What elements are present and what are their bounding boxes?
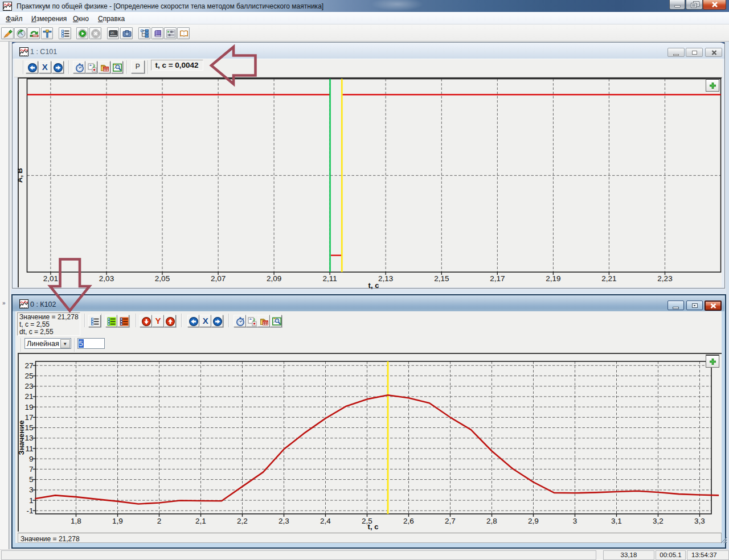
svg-text:5: 5 [29, 475, 34, 484]
svg-text:1: 1 [29, 496, 34, 505]
svg-text:2,23: 2,23 [657, 274, 672, 283]
svg-text:15: 15 [24, 423, 33, 432]
svg-text:23: 23 [24, 382, 33, 390]
svg-text:2,19: 2,19 [546, 274, 560, 283]
svg-text:19: 19 [24, 403, 33, 411]
svg-text:2,15: 2,15 [434, 274, 449, 283]
svg-text:А, В: А, В [18, 168, 24, 183]
svg-text:2,03: 2,03 [99, 274, 114, 283]
svg-text:27: 27 [24, 361, 33, 370]
svg-text:Значение: Значение [18, 421, 26, 455]
svg-text:2,17: 2,17 [490, 274, 505, 283]
svg-text:11: 11 [25, 444, 33, 453]
svg-text:1,9: 1,9 [112, 517, 123, 525]
svg-text:2,1: 2,1 [195, 517, 206, 525]
svg-text:2,09: 2,09 [267, 274, 281, 283]
svg-text:2,11: 2,11 [323, 274, 337, 283]
svg-text:3,2: 3,2 [653, 517, 664, 525]
svg-text:17: 17 [24, 413, 33, 422]
svg-text:2,13: 2,13 [378, 274, 393, 283]
svg-text:t, c: t, c [368, 281, 379, 290]
svg-text:21: 21 [24, 392, 33, 401]
svg-text:13: 13 [24, 434, 33, 442]
svg-text:2,4: 2,4 [320, 517, 331, 525]
svg-text:2,7: 2,7 [445, 517, 456, 525]
svg-text:2,8: 2,8 [486, 517, 497, 525]
svg-text:3,3: 3,3 [694, 517, 705, 525]
svg-text:t, c: t, c [368, 522, 379, 531]
svg-text:-1: -1 [26, 507, 33, 515]
svg-text:9: 9 [29, 455, 34, 463]
svg-text:2,2: 2,2 [237, 517, 248, 525]
svg-text:7: 7 [29, 465, 34, 473]
svg-text:2,3: 2,3 [279, 517, 289, 525]
svg-text:3: 3 [573, 517, 578, 525]
svg-text:1,8: 1,8 [71, 517, 81, 525]
svg-text:2,01: 2,01 [43, 274, 58, 283]
svg-text:2: 2 [157, 517, 162, 525]
svg-text:2,07: 2,07 [211, 274, 226, 283]
svg-text:3: 3 [29, 485, 34, 494]
svg-text:2,21: 2,21 [601, 274, 616, 283]
svg-text:2,05: 2,05 [155, 274, 170, 283]
svg-text:2,9: 2,9 [528, 517, 539, 525]
svg-text:2,6: 2,6 [403, 517, 414, 525]
svg-text:25: 25 [24, 372, 33, 380]
svg-text:3,1: 3,1 [611, 517, 622, 525]
